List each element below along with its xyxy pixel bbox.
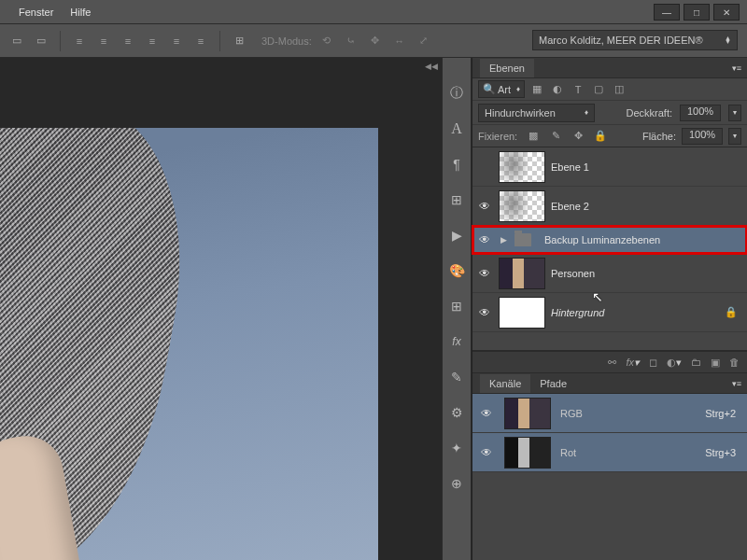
- collapsed-panel-dock: ⓘ A ¶ ⊞ ▶ 🎨 ⊞ fx ✎ ⚙ ✦ ⊕: [442, 58, 472, 560]
- brush-icon[interactable]: ✎: [447, 368, 466, 386]
- layer-name[interactable]: Ebene 2: [551, 201, 743, 212]
- visibility-toggle[interactable]: 👁: [476, 267, 493, 280]
- canvas-area[interactable]: ◀◀: [0, 58, 442, 560]
- collapse-toggle-icon[interactable]: ◀◀: [425, 62, 438, 71]
- visibility-toggle[interactable]: 👁: [476, 200, 493, 213]
- expand-icon[interactable]: ▶: [500, 235, 507, 245]
- maximize-button[interactable]: □: [684, 4, 710, 21]
- layer-name[interactable]: Personen: [551, 268, 743, 279]
- 3d-roll-icon[interactable]: ⤿: [342, 32, 360, 50]
- layer-row[interactable]: 👁 Ebene 2: [472, 187, 747, 226]
- channel-row[interactable]: 👁 RGB Strg+2: [472, 394, 747, 433]
- align-icon[interactable]: ▭: [7, 32, 26, 50]
- wand-icon[interactable]: ✦: [447, 439, 466, 457]
- fx-icon[interactable]: fx: [447, 332, 466, 351]
- 3d-orbit-icon[interactable]: ⟲: [317, 32, 336, 50]
- channel-name: RGB: [560, 408, 583, 419]
- settings-icon[interactable]: ⚙: [447, 403, 466, 422]
- tab-channels[interactable]: Kanäle: [480, 374, 530, 393]
- opacity-label[interactable]: Deckkraft:: [626, 107, 672, 119]
- layer-thumbnail[interactable]: [499, 151, 545, 183]
- lock-pixels-icon[interactable]: ✎: [547, 129, 564, 144]
- document-canvas[interactable]: [0, 128, 378, 560]
- link-icon[interactable]: ⚯: [608, 357, 616, 369]
- tab-layers[interactable]: Ebenen: [480, 59, 534, 77]
- paragraph-icon[interactable]: ¶: [447, 155, 466, 174]
- visibility-toggle[interactable]: 👁: [478, 446, 495, 459]
- new-layer-icon[interactable]: ▣: [711, 357, 720, 369]
- workspace-switcher[interactable]: Marco Kolditz, MEER DER IDEEN® ▲▼: [532, 30, 738, 50]
- chevron-icon: ♦: [516, 85, 520, 93]
- mask-icon[interactable]: ◻: [649, 357, 657, 369]
- visibility-toggle[interactable]: 👁: [478, 407, 495, 420]
- layer-name[interactable]: Ebene 1: [551, 161, 743, 173]
- visibility-toggle[interactable]: 👁: [476, 306, 493, 319]
- channel-thumbnail: [504, 398, 551, 429]
- lock-transparency-icon[interactable]: ▩: [525, 129, 542, 144]
- align-icon[interactable]: ▭: [32, 32, 50, 50]
- fill-input[interactable]: 100%: [682, 128, 723, 145]
- opacity-dropdown[interactable]: ▾: [728, 105, 741, 121]
- distribute-icon[interactable]: ≡: [119, 32, 137, 50]
- 3d-scale-icon[interactable]: ⤢: [415, 32, 433, 50]
- panel-menu-icon[interactable]: ▾≡: [732, 63, 741, 73]
- filter-smart-icon[interactable]: ◫: [611, 82, 627, 97]
- lock-icon: 🔒: [725, 306, 738, 318]
- layers-footer: ⚯ fx▾ ◻ ◐▾ 🗀 ▣ 🗑: [472, 351, 747, 373]
- fx-icon[interactable]: fx▾: [626, 357, 640, 369]
- distribute-icon[interactable]: ≡: [143, 32, 162, 50]
- layer-thumbnail[interactable]: [499, 190, 545, 222]
- filter-type-icon[interactable]: T: [570, 82, 586, 97]
- menu-hilfe[interactable]: Hilfe: [70, 7, 91, 18]
- visibility-toggle[interactable]: 👁: [476, 233, 493, 246]
- distribute-icon[interactable]: ≡: [94, 32, 113, 50]
- play-icon[interactable]: ▶: [447, 226, 466, 245]
- character-icon[interactable]: A: [447, 119, 466, 138]
- opacity-input[interactable]: 100%: [680, 105, 721, 121]
- info-icon[interactable]: ⓘ: [447, 84, 466, 103]
- filter-kind-select[interactable]: 🔍 Art ♦: [478, 80, 525, 98]
- 3d-pan-icon[interactable]: ✥: [366, 32, 385, 50]
- distribute-icon[interactable]: ≡: [70, 32, 89, 50]
- delete-icon[interactable]: 🗑: [729, 357, 740, 368]
- grid-icon[interactable]: ⊞: [447, 297, 466, 315]
- layer-thumbnail[interactable]: [499, 297, 545, 329]
- channel-row[interactable]: 👁 Rot Strg+3: [472, 433, 747, 472]
- blend-mode-select[interactable]: Hindurchwirken ♦: [478, 104, 595, 122]
- layer-folder-row[interactable]: 👁 ▶ Backup Luminanzebenen: [472, 226, 747, 254]
- clone-icon[interactable]: ⊕: [447, 474, 466, 493]
- filter-adjust-icon[interactable]: ◐: [549, 82, 566, 97]
- distribute-icon[interactable]: ≡: [191, 32, 210, 50]
- distribute-icon[interactable]: ≡: [167, 32, 186, 50]
- layer-name[interactable]: Hintergrund: [551, 307, 719, 318]
- tab-paths[interactable]: Pfade: [530, 374, 576, 393]
- menu-fenster[interactable]: Fenster: [19, 7, 53, 18]
- blend-mode-value: Hindurchwirken: [485, 107, 556, 119]
- fill-label[interactable]: Fläche:: [642, 131, 676, 142]
- close-button[interactable]: ✕: [713, 4, 740, 21]
- layer-name[interactable]: Backup Luminanzebenen: [544, 234, 743, 245]
- minimize-button[interactable]: —: [654, 4, 680, 21]
- channel-shortcut: Strg+3: [705, 447, 736, 458]
- auto-align-icon[interactable]: ⊞: [230, 32, 248, 50]
- layers-list: Ebene 1 👁 Ebene 2 👁 ▶ Backup Luminanzebe…: [472, 147, 747, 351]
- layer-row[interactable]: 👁 Hintergrund 🔒: [472, 293, 747, 332]
- adjustment-icon[interactable]: ◐▾: [667, 357, 682, 369]
- lock-label: Fixieren:: [478, 131, 517, 142]
- layer-row[interactable]: Ebene 1: [472, 147, 747, 187]
- layer-thumbnail[interactable]: [499, 258, 545, 289]
- lock-all-icon[interactable]: 🔒: [592, 129, 609, 144]
- lock-position-icon[interactable]: ✥: [570, 129, 586, 144]
- 3d-slide-icon[interactable]: ↔: [390, 32, 409, 50]
- new-folder-icon[interactable]: 🗀: [691, 357, 701, 368]
- search-icon: 🔍: [483, 83, 496, 95]
- filter-pixel-icon[interactable]: ▦: [529, 82, 545, 97]
- filter-shape-icon[interactable]: ▢: [590, 82, 607, 97]
- fill-dropdown[interactable]: ▾: [728, 128, 741, 145]
- folder-icon: [514, 233, 531, 246]
- panel-menu-icon[interactable]: ▾≡: [732, 379, 741, 388]
- swatches-icon[interactable]: 🎨: [447, 261, 466, 280]
- properties-icon[interactable]: ⊞: [447, 190, 466, 209]
- filter-kind-label: Art: [498, 84, 511, 95]
- layer-row[interactable]: 👁 Personen: [472, 254, 747, 293]
